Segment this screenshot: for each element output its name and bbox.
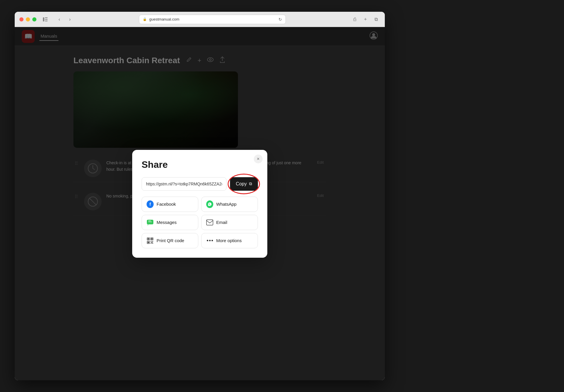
svg-rect-22: [152, 243, 153, 244]
email-icon: [206, 219, 213, 226]
facebook-button[interactable]: f Facebook: [142, 197, 198, 212]
close-button[interactable]: [19, 17, 24, 21]
messages-icon: [147, 219, 154, 226]
url-input[interactable]: [142, 177, 226, 191]
share-browser-icon[interactable]: ⎙: [351, 15, 359, 24]
modal-close-button[interactable]: ×: [254, 155, 263, 163]
messages-label: Messages: [157, 220, 177, 225]
whatsapp-label: WhatsApp: [216, 202, 236, 207]
svg-rect-1: [45, 17, 48, 18]
whatsapp-icon: [206, 200, 213, 208]
email-label: Email: [216, 220, 227, 225]
copy-icon: ⧉: [249, 181, 252, 186]
url-text: guestmanual.com: [149, 17, 179, 21]
copy-button[interactable]: Copy ⧉: [230, 177, 258, 191]
facebook-icon: f: [147, 200, 154, 208]
email-button[interactable]: Email: [201, 215, 258, 230]
browser-nav: ‹ ›: [55, 15, 74, 24]
svg-rect-16: [151, 238, 153, 239]
traffic-lights: [19, 17, 36, 21]
svg-rect-18: [148, 242, 149, 243]
lock-icon: 🔒: [143, 17, 147, 21]
back-button[interactable]: ‹: [55, 15, 63, 24]
more-options-button[interactable]: More options: [201, 233, 258, 248]
share-modal: × Share Copy ⧉: [132, 150, 267, 258]
address-bar[interactable]: 🔒 guestmanual.com ↻: [139, 15, 286, 24]
browser-titlebar: ‹ › 🔒 guestmanual.com ↻ ⎙ ＋ ⧉: [15, 12, 385, 27]
page-content: 📖 Manuals Leavenworth Cabin Retreat: [15, 27, 385, 380]
svg-rect-19: [151, 241, 152, 242]
new-tab-icon[interactable]: ＋: [361, 15, 370, 24]
modal-title: Share: [142, 159, 258, 170]
browser-window: ‹ › 🔒 guestmanual.com ↻ ⎙ ＋ ⧉ 📖 Manuals: [15, 12, 385, 380]
modal-overlay[interactable]: × Share Copy ⧉: [15, 27, 385, 380]
svg-rect-14: [148, 238, 149, 239]
copy-button-wrapper: Copy ⧉: [230, 177, 258, 191]
svg-rect-21: [151, 243, 152, 244]
share-options-grid: f Facebook WhatsApp: [142, 197, 258, 248]
fullscreen-button[interactable]: [32, 17, 36, 21]
print-qr-label: Print QR code: [157, 238, 184, 243]
svg-rect-0: [43, 17, 44, 21]
more-options-icon: [206, 240, 213, 241]
svg-rect-3: [45, 21, 48, 21]
more-options-label: More options: [216, 238, 242, 243]
svg-rect-20: [152, 241, 153, 242]
refresh-icon[interactable]: ↻: [278, 17, 282, 22]
tabs-icon[interactable]: ⧉: [372, 15, 380, 24]
whatsapp-button[interactable]: WhatsApp: [201, 197, 258, 212]
browser-actions: ⎙ ＋ ⧉: [351, 15, 380, 24]
url-row: Copy ⧉: [142, 177, 258, 191]
copy-label: Copy: [236, 181, 247, 187]
svg-rect-2: [45, 19, 48, 20]
print-qr-button[interactable]: Print QR code: [142, 233, 198, 248]
address-bar-container: 🔒 guestmanual.com ↻: [78, 15, 347, 24]
svg-rect-23: [152, 242, 152, 243]
minimize-button[interactable]: [26, 17, 30, 21]
facebook-label: Facebook: [157, 202, 176, 207]
print-qr-icon: [147, 237, 154, 244]
svg-rect-12: [207, 220, 213, 225]
sidebar-toggle-icon[interactable]: [41, 15, 49, 24]
messages-button[interactable]: Messages: [142, 215, 198, 230]
forward-button[interactable]: ›: [66, 15, 74, 24]
